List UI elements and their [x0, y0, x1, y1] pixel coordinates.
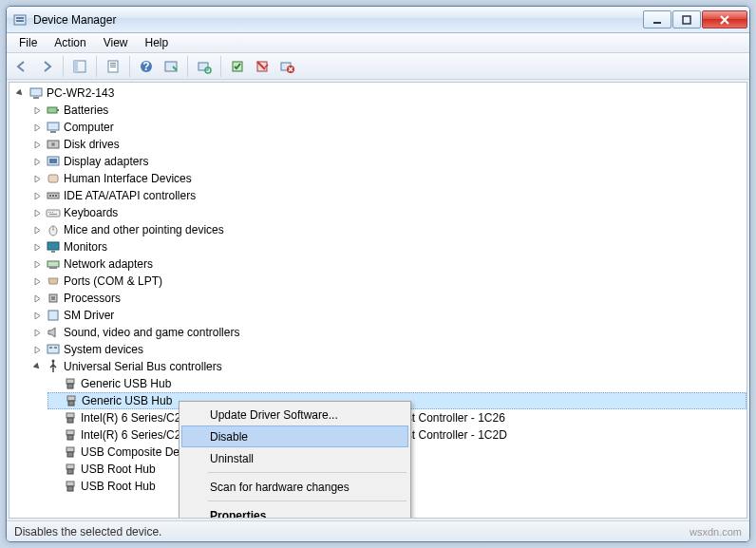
expand-icon[interactable] — [32, 307, 43, 324]
svg-rect-48 — [48, 311, 58, 320]
expand-icon[interactable] — [32, 153, 43, 170]
expand-icon[interactable] — [32, 119, 43, 136]
window-controls — [642, 10, 747, 28]
tree-row-usb-controllers[interactable]: Universal Serial Bus controllers — [30, 358, 747, 375]
expand-icon[interactable] — [32, 221, 43, 238]
tree-label: Monitors — [64, 240, 107, 254]
tree-row[interactable]: IDE ATA/ATAPI controllers — [30, 187, 747, 204]
expand-icon[interactable] — [32, 170, 43, 187]
expander-empty — [49, 478, 60, 495]
svg-rect-39 — [49, 214, 57, 215]
svg-rect-2 — [16, 20, 24, 22]
ctx-update-driver[interactable]: Update Driver Software... — [181, 404, 408, 425]
ctx-uninstall[interactable]: Uninstall — [181, 447, 408, 469]
tree-row[interactable]: Disk drives — [30, 136, 747, 153]
svg-rect-24 — [47, 123, 59, 130]
expand-icon[interactable] — [32, 341, 43, 358]
menu-view[interactable]: View — [95, 34, 137, 51]
ctx-scan-hardware[interactable]: Scan for hardware changes — [181, 476, 408, 498]
ctx-label: Update Driver Software... — [210, 408, 338, 422]
tree-row[interactable]: Keyboards — [30, 204, 747, 221]
expand-icon[interactable] — [32, 102, 43, 119]
expand-icon[interactable] — [32, 238, 43, 255]
statusbar: Disables the selected device. wsxdn.com — [7, 520, 749, 541]
expand-icon[interactable] — [32, 324, 43, 341]
expand-icon[interactable] — [32, 255, 43, 273]
titlebar: Device Manager — [7, 7, 749, 33]
tree-row[interactable]: Mice and other pointing devices — [30, 221, 747, 238]
expand-icon[interactable] — [32, 187, 43, 204]
tree-label: USB Root Hub — [81, 480, 156, 493]
tree-label: IDE ATA/ATAPI controllers — [64, 189, 196, 202]
tree-row[interactable]: Ports (COM & LPT) — [30, 273, 747, 290]
expand-icon[interactable] — [32, 136, 43, 153]
expand-icon[interactable] — [32, 273, 43, 290]
category-icon — [46, 205, 61, 220]
expand-icon[interactable] — [32, 290, 43, 307]
expander-empty — [49, 444, 60, 461]
svg-rect-23 — [57, 109, 59, 111]
tree-label: Sound, video and game controllers — [64, 326, 239, 339]
tree-row[interactable]: Human Interface Devices — [30, 170, 747, 187]
svg-rect-37 — [50, 212, 51, 213]
menu-file[interactable]: File — [10, 34, 46, 51]
svg-rect-45 — [49, 267, 57, 269]
tree-row[interactable]: Batteries — [30, 102, 747, 119]
ctx-separator — [208, 501, 406, 501]
category-icon — [46, 291, 61, 306]
tree-row[interactable]: Computer — [30, 119, 747, 136]
expander-empty — [49, 375, 60, 392]
tree-row[interactable]: Monitors — [30, 238, 747, 255]
tree-row[interactable]: Sound, video and game controllers — [30, 324, 747, 341]
tree-label: PC-WR2-143 — [47, 86, 114, 100]
enable-button[interactable] — [226, 55, 249, 78]
expander-empty — [50, 392, 61, 409]
show-hide-tree-button[interactable] — [68, 55, 91, 78]
category-icon — [46, 103, 61, 118]
svg-rect-35 — [47, 210, 60, 217]
back-button[interactable] — [10, 55, 33, 78]
expand-icon[interactable] — [32, 204, 43, 221]
menu-action[interactable]: Action — [46, 34, 94, 51]
action-button[interactable] — [160, 55, 182, 78]
category-icon — [46, 222, 61, 237]
properties-button[interactable] — [102, 55, 124, 78]
toolbar-separator — [129, 56, 130, 77]
expander-empty — [49, 426, 60, 444]
svg-rect-60 — [67, 435, 73, 440]
svg-rect-64 — [67, 469, 73, 474]
help-button[interactable]: ? — [135, 55, 158, 78]
tree-label: Ports (COM & LPT) — [64, 274, 162, 288]
close-button[interactable] — [702, 10, 747, 28]
scan-hardware-button[interactable] — [193, 55, 216, 78]
uninstall-button[interactable] — [275, 55, 298, 78]
disable-button[interactable] — [251, 55, 274, 78]
tree-row[interactable]: System devices — [30, 341, 747, 358]
minimize-button[interactable] — [643, 10, 671, 28]
maximize-button[interactable] — [672, 10, 701, 28]
svg-rect-14 — [198, 63, 208, 70]
tree-row-computer[interactable]: PC-WR2-143 — [13, 85, 747, 102]
ctx-label: Uninstall — [210, 452, 254, 465]
collapse-icon[interactable] — [15, 85, 26, 102]
svg-rect-49 — [47, 345, 59, 353]
tree-row[interactable]: Network adapters — [30, 255, 747, 273]
ctx-disable[interactable]: Disable — [181, 425, 408, 447]
forward-button[interactable] — [35, 55, 58, 78]
tree-row[interactable]: SM Driver — [30, 307, 747, 324]
svg-rect-1 — [16, 17, 24, 19]
tree-label: SM Driver — [64, 309, 114, 322]
category-icon — [46, 171, 61, 186]
tree-row[interactable]: Processors — [30, 290, 747, 307]
tree-row[interactable]: Display adapters — [30, 153, 747, 170]
svg-rect-62 — [67, 452, 73, 457]
category-icon — [46, 239, 61, 255]
ctx-properties[interactable]: Properties — [181, 504, 408, 519]
svg-rect-50 — [49, 347, 52, 349]
menu-help[interactable]: Help — [137, 34, 178, 51]
svg-text:?: ? — [142, 60, 149, 73]
collapse-icon[interactable] — [32, 358, 43, 375]
tree-row-usb-device[interactable]: Generic USB Hub — [47, 375, 747, 392]
tree-label: Keyboards — [64, 206, 118, 219]
category-icon — [46, 120, 61, 135]
